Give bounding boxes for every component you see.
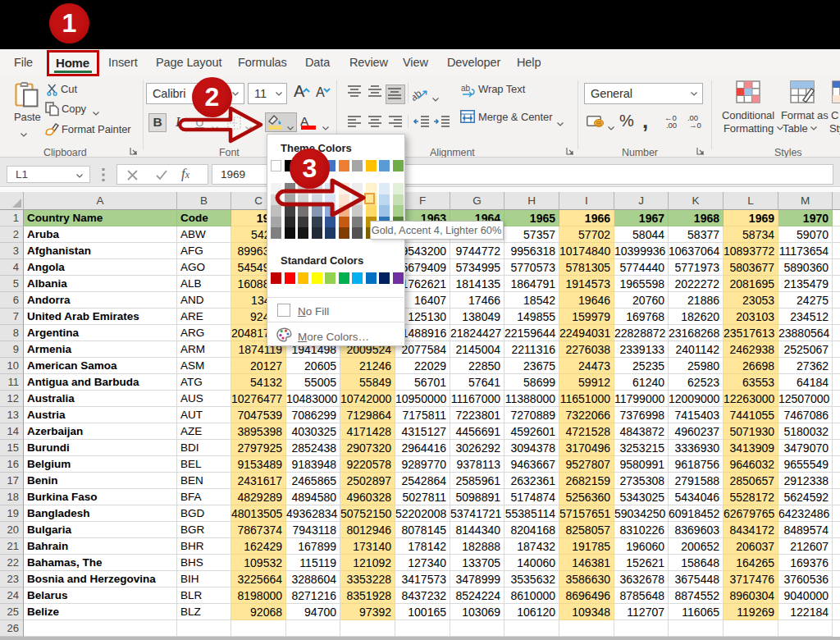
svg-text:.00: .00: [666, 121, 677, 128]
svg-text:ab: ab: [461, 84, 470, 93]
svg-text:→0: →0: [689, 121, 701, 128]
